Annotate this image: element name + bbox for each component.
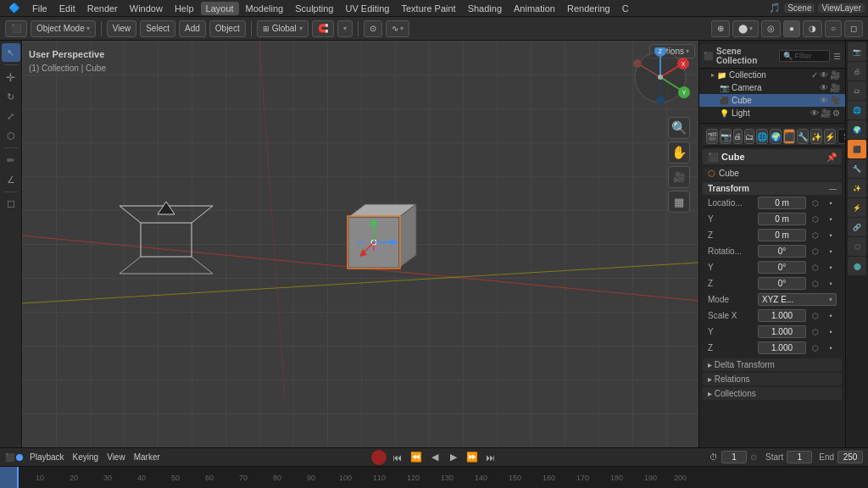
shading-rendered[interactable]: ○: [825, 20, 842, 37]
workspace-tab-layout[interactable]: Layout: [201, 2, 239, 15]
prop-side-view-layer[interactable]: 🗂: [848, 81, 866, 100]
location-z-animate[interactable]: ⬡: [810, 230, 821, 241]
xray-toggle[interactable]: ◎: [761, 20, 781, 37]
cube-eye-icon[interactable]: 👁: [820, 96, 828, 105]
workspace-tab-texture[interactable]: Texture Paint: [396, 2, 460, 15]
prop-tab-scene-props[interactable]: 🌐: [756, 129, 768, 144]
end-frame-field[interactable]: 250: [837, 451, 863, 463]
prop-side-scene[interactable]: 🌐: [848, 101, 866, 119]
menu-edit[interactable]: Edit: [54, 2, 81, 15]
prop-side-constraints[interactable]: 🔗: [848, 218, 866, 236]
properties-search-input[interactable]: [837, 129, 845, 144]
workspace-tab-uv[interactable]: UV Editing: [340, 2, 394, 15]
prop-side-modifier[interactable]: 🔧: [848, 159, 866, 178]
jump-start-button[interactable]: ⏮: [390, 450, 405, 465]
scale-y-field[interactable]: 1.000: [758, 325, 806, 338]
scale-z-dot[interactable]: •: [825, 342, 837, 354]
location-y-animate[interactable]: ⬡: [810, 214, 821, 225]
prop-unpin-icon[interactable]: 📌: [826, 152, 837, 162]
location-y-field[interactable]: 0 m: [758, 213, 806, 225]
prop-tab-modifier[interactable]: 🔧: [797, 129, 809, 144]
prop-tab-output[interactable]: 🖨: [733, 129, 743, 144]
rotation-x-dot[interactable]: •: [825, 246, 837, 258]
rotation-x-field[interactable]: 0°: [758, 245, 806, 258]
outliner-item-collection[interactable]: ▸ 📁 Collection ✓ 👁 🎥: [699, 69, 845, 81]
camera-eye-icon[interactable]: 👁: [820, 83, 828, 92]
auto-key-button[interactable]: [371, 450, 387, 465]
tool-transform[interactable]: ⬡: [2, 126, 20, 145]
snap-element[interactable]: ▾: [337, 20, 353, 37]
location-y-dot[interactable]: •: [825, 214, 837, 225]
collection-eye-icon[interactable]: 👁: [820, 70, 828, 80]
timeline-keying-label[interactable]: Keying: [73, 452, 99, 462]
tool-annotate[interactable]: ✏: [2, 151, 20, 169]
menu-file[interactable]: File: [27, 2, 53, 15]
prop-tab-view-layer[interactable]: 🗂: [744, 129, 754, 144]
blender-logo-menu[interactable]: 🔷: [3, 1, 25, 15]
scene-name[interactable]: Scene: [784, 3, 815, 13]
tool-rotate[interactable]: ↻: [2, 87, 20, 106]
start-frame-field[interactable]: 1: [787, 451, 812, 463]
object-menu[interactable]: Object: [209, 20, 246, 37]
mode-menu[interactable]: Object Mode ▾: [31, 20, 96, 37]
shading-material[interactable]: ◑: [803, 20, 822, 37]
rotation-mode-dropdown[interactable]: XYZ E... ▾: [758, 293, 837, 306]
tool-cursor[interactable]: ↖: [2, 43, 20, 62]
rotation-y-field[interactable]: 0°: [758, 261, 806, 274]
tool-move[interactable]: ✛: [2, 68, 20, 86]
jump-end-button[interactable]: ⏭: [483, 450, 498, 465]
prop-tab-particles[interactable]: ✨: [810, 129, 822, 144]
step-forward-button[interactable]: ⏩: [465, 450, 480, 465]
prop-tab-render[interactable]: 📷: [720, 129, 732, 144]
relations-section[interactable]: ▸ Relations: [703, 373, 842, 385]
rotation-z-dot[interactable]: •: [825, 278, 837, 290]
zoom-in-button[interactable]: 🔍: [668, 117, 690, 139]
view-menu[interactable]: View: [107, 20, 137, 37]
rotation-z-animate[interactable]: ⬡: [810, 278, 821, 290]
workspace-tab-shading[interactable]: Shading: [463, 2, 507, 15]
overlay-toggle[interactable]: ⬤ ▾: [732, 20, 759, 37]
play-button[interactable]: ▶: [446, 450, 461, 465]
proportional-edit[interactable]: ⊙: [364, 20, 382, 37]
outliner-item-light[interactable]: 💡 Light 👁 🎥 ⚙: [699, 107, 845, 119]
workspace-tab-rendering[interactable]: Rendering: [562, 2, 615, 15]
light-camera-icon[interactable]: 🎥: [821, 108, 831, 118]
editor-type-menu[interactable]: ⬛: [5, 20, 27, 37]
step-back-button[interactable]: ⏪: [409, 450, 424, 465]
scale-z-field[interactable]: 1.000: [758, 341, 806, 354]
timeline-view-label[interactable]: View: [107, 452, 125, 462]
workspace-tab-modeling[interactable]: Modeling: [241, 2, 289, 15]
navigation-gizmo[interactable]: X Z Y: [631, 47, 690, 107]
grid-view-button[interactable]: ▦: [668, 191, 690, 213]
prop-side-physics[interactable]: ⚡: [848, 198, 866, 217]
snap-toggle[interactable]: 🧲: [312, 20, 334, 37]
add-menu[interactable]: Add: [179, 20, 206, 37]
light-eye-icon[interactable]: 👁: [810, 108, 819, 118]
scale-x-dot[interactable]: •: [825, 310, 837, 322]
workspace-tab-compositing[interactable]: C: [617, 2, 634, 15]
rotation-z-field[interactable]: 0°: [758, 277, 806, 290]
location-z-field[interactable]: 0 m: [758, 229, 806, 241]
camera-view-button[interactable]: 🎥: [668, 166, 690, 188]
menu-render[interactable]: Render: [82, 2, 123, 15]
light-settings-icon[interactable]: ⚙: [832, 108, 840, 118]
prop-side-object[interactable]: ⬛: [848, 140, 866, 158]
play-reverse-button[interactable]: ◀: [427, 450, 442, 465]
data-name-field[interactable]: ⬡ Cube: [703, 167, 842, 180]
proportional-falloff[interactable]: ∿ ▾: [386, 20, 409, 37]
prop-side-world[interactable]: 🌍: [848, 120, 866, 139]
shading-wireframe[interactable]: ◻: [844, 20, 863, 37]
transform-section-header[interactable]: Transform —: [703, 182, 842, 195]
shading-solid[interactable]: ●: [783, 20, 800, 37]
delta-transform-section[interactable]: ▸ Delta Transform: [703, 358, 842, 371]
timeline-playback-label[interactable]: Playback: [30, 452, 64, 462]
prop-tab-scene[interactable]: 🎬: [706, 129, 718, 144]
prop-tab-physics[interactable]: ⚡: [824, 129, 836, 144]
prop-side-render[interactable]: 📷: [848, 42, 866, 61]
gizmo-toggle[interactable]: ⊕: [711, 20, 730, 37]
tool-measure[interactable]: ∠: [2, 170, 20, 189]
tool-scale[interactable]: ⤢: [2, 107, 20, 125]
prop-side-data[interactable]: ⬡: [848, 237, 866, 256]
scale-x-animate[interactable]: ⬡: [810, 310, 821, 322]
timeline-marker-label[interactable]: Marker: [134, 452, 160, 462]
